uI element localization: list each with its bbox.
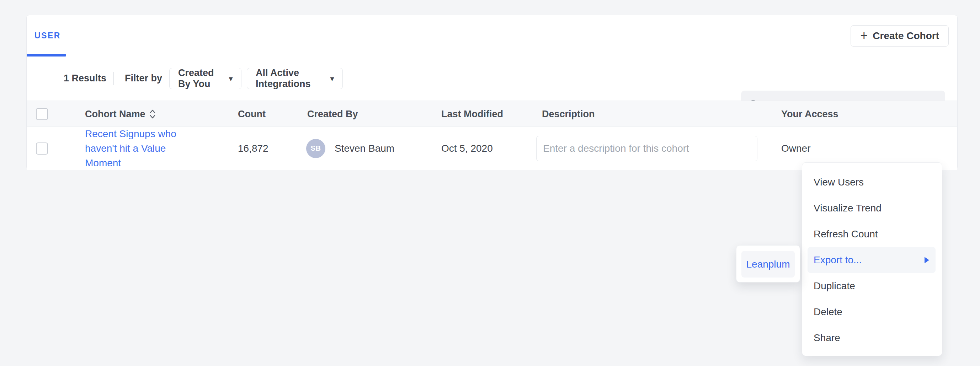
integrations-dropdown-label: All Active Integrations xyxy=(256,68,325,90)
created-by-name: Steven Baum xyxy=(335,143,395,154)
menu-item-share[interactable]: Share xyxy=(802,325,942,351)
menu-item-delete[interactable]: Delete xyxy=(802,299,942,325)
divider xyxy=(113,72,114,85)
column-header-count: Count xyxy=(238,101,266,127)
count-cell: 16,872 xyxy=(238,127,269,170)
column-header-last-modified: Last Modified xyxy=(441,101,503,127)
cohort-name-link[interactable]: Recent Signups who haven't hit a Value M… xyxy=(85,127,181,170)
table-header-row: Cohort Name Count Created By Last Modifi… xyxy=(27,101,957,127)
results-count: 1 Results xyxy=(64,56,106,101)
menu-item-export-to[interactable]: Export to... xyxy=(808,247,935,273)
description-cell xyxy=(536,127,757,170)
tab-user[interactable]: USER xyxy=(27,15,68,56)
avatar-initials: SB xyxy=(311,144,321,152)
page-background: { "tabs": { "user_label": "USER" }, "hea… xyxy=(0,0,980,366)
column-header-created-by: Created By xyxy=(307,101,358,127)
created-by-dropdown[interactable]: Created By You ▾ xyxy=(169,68,242,89)
row-checkbox[interactable] xyxy=(36,143,48,155)
menu-item-duplicate[interactable]: Duplicate xyxy=(802,273,942,299)
column-header-cohort-name[interactable]: Cohort Name xyxy=(85,101,156,127)
column-header-your-access: Your Access xyxy=(781,101,838,127)
plus-icon: + xyxy=(860,29,868,42)
filter-row: 1 Results Filter by Created By You ▾ All… xyxy=(27,56,957,101)
select-all-checkbox[interactable] xyxy=(36,108,48,120)
cohort-name-cell: Recent Signups who haven't hit a Value M… xyxy=(85,127,181,170)
menu-item-visualize-trend[interactable]: Visualize Trend xyxy=(802,195,942,221)
menu-item-refresh-count[interactable]: Refresh Count xyxy=(802,221,942,247)
submenu-item-leanplum[interactable]: Leanplum xyxy=(741,251,795,277)
submenu-arrow-icon xyxy=(924,257,929,263)
tab-bar: USER + Create Cohort xyxy=(27,15,957,56)
row-checkbox-cell xyxy=(36,127,48,170)
created-by-cell: SB Steven Baum xyxy=(306,127,395,170)
menu-item-view-users[interactable]: View Users xyxy=(802,169,942,195)
description-input[interactable] xyxy=(536,136,757,161)
tab-user-label: USER xyxy=(35,31,61,41)
filter-by-label: Filter by xyxy=(125,56,162,101)
integrations-dropdown[interactable]: All Active Integrations ▾ xyxy=(247,68,343,89)
menu-item-export-to-label: Export to... xyxy=(814,254,862,266)
create-cohort-button[interactable]: + Create Cohort xyxy=(851,25,949,46)
row-actions-menu: View Users Visualize Trend Refresh Count… xyxy=(802,162,942,356)
sort-icon[interactable] xyxy=(149,108,156,120)
cohorts-panel: USER + Create Cohort 1 Results Filter by… xyxy=(26,15,958,170)
chevron-down-icon: ▾ xyxy=(330,75,334,82)
create-cohort-label: Create Cohort xyxy=(873,30,939,41)
last-modified-cell: Oct 5, 2020 xyxy=(441,127,493,170)
created-by-dropdown-label: Created By You xyxy=(178,68,224,90)
chevron-down-icon: ▾ xyxy=(229,75,232,82)
column-header-description: Description xyxy=(542,101,595,127)
select-all-checkbox-cell xyxy=(36,101,48,127)
avatar: SB xyxy=(306,139,325,158)
export-submenu: Leanplum xyxy=(736,245,800,282)
